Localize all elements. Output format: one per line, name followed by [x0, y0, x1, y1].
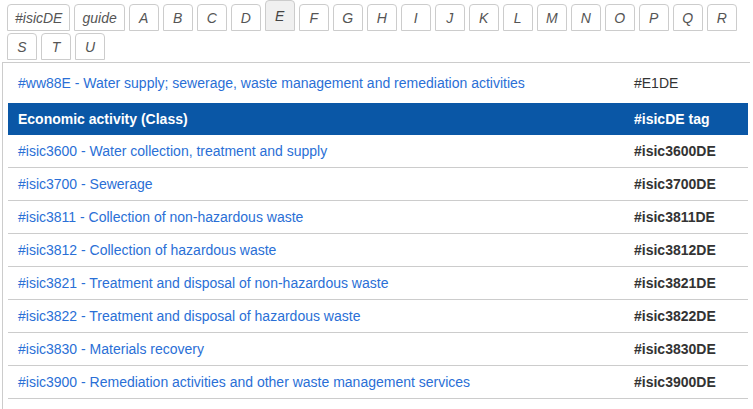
tab-a[interactable]: A [129, 4, 159, 31]
activity-cell: #isic3821 - Treatment and disposal of no… [8, 267, 626, 300]
tag-value: #isic3600DE [626, 135, 748, 168]
tab-u[interactable]: U [75, 33, 105, 60]
activity-cell: #isic3830 - Materials recovery [8, 333, 626, 366]
tab-j[interactable]: J [435, 4, 465, 31]
tab-p[interactable]: P [639, 4, 669, 31]
tag-value: #isic3830DE [626, 333, 748, 366]
table-row: #isic3812 - Collection of hazardous wast… [8, 234, 748, 267]
activity-cell: #isic3812 - Collection of hazardous wast… [8, 234, 626, 267]
tab-k[interactable]: K [469, 4, 499, 31]
tab-bar: #isicDE guide A B C D E F G H I J K L M … [0, 0, 753, 60]
tab-m[interactable]: M [537, 4, 567, 31]
column-header-tag: #isicDE tag [626, 103, 748, 135]
section-link[interactable]: #ww88E - Water supply; sewerage, waste m… [18, 75, 525, 91]
activity-link[interactable]: #isic3812 - Collection of hazardous wast… [18, 242, 276, 258]
table-row: #isic3600 - Water collection, treatment … [8, 135, 748, 168]
tab-r[interactable]: R [707, 4, 737, 31]
activity-link[interactable]: #isic3811 - Collection of non-hazardous … [18, 209, 303, 225]
table-header-row: Economic activity (Class) #isicDE tag [8, 103, 748, 135]
table-row: #isic3822 - Treatment and disposal of ha… [8, 300, 748, 333]
activity-link[interactable]: #isic3700 - Sewerage [18, 176, 153, 192]
activity-link[interactable]: #isic3830 - Materials recovery [18, 341, 204, 357]
activity-table: #ww88E - Water supply; sewerage, waste m… [8, 63, 748, 399]
table-row: #isic3830 - Materials recovery #isic3830… [8, 333, 748, 366]
tab-n[interactable]: N [571, 4, 601, 31]
tag-value: #isic3811DE [626, 201, 748, 234]
section-row: #ww88E - Water supply; sewerage, waste m… [8, 63, 748, 103]
tag-value: #isic3822DE [626, 300, 748, 333]
activity-link[interactable]: #isic3821 - Treatment and disposal of no… [18, 275, 388, 291]
activity-link[interactable]: #isic3600 - Water collection, treatment … [18, 143, 327, 159]
section-tag: #E1DE [626, 63, 748, 103]
tab-row-2: S T U [7, 33, 753, 60]
tab-d[interactable]: D [231, 4, 261, 31]
section-link-cell: #ww88E - Water supply; sewerage, waste m… [8, 63, 626, 103]
tab-t[interactable]: T [41, 33, 71, 60]
tab-o[interactable]: O [605, 4, 635, 31]
activity-link[interactable]: #isic3822 - Treatment and disposal of ha… [18, 308, 360, 324]
activity-cell: #isic3600 - Water collection, treatment … [8, 135, 626, 168]
tab-guide[interactable]: guide [74, 4, 124, 31]
activity-cell: #isic3900 - Remediation activities and o… [8, 366, 626, 399]
activity-cell: #isic3811 - Collection of non-hazardous … [8, 201, 626, 234]
tab-b[interactable]: B [163, 4, 193, 31]
tag-value: #isic3821DE [626, 267, 748, 300]
tab-f[interactable]: F [299, 4, 329, 31]
tab-q[interactable]: Q [673, 4, 703, 31]
tab-s[interactable]: S [7, 33, 37, 60]
tab-i[interactable]: I [401, 4, 431, 31]
tag-value: #isic3900DE [626, 366, 748, 399]
tab-isicde[interactable]: #isicDE [7, 4, 70, 31]
tag-value: #isic3700DE [626, 168, 748, 201]
tab-h[interactable]: H [367, 4, 397, 31]
tab-e-active[interactable]: E [265, 0, 295, 31]
content-panel: #ww88E - Water supply; sewerage, waste m… [2, 62, 750, 409]
column-header-activity: Economic activity (Class) [8, 103, 626, 135]
table-row: #isic3900 - Remediation activities and o… [8, 366, 748, 399]
table-row: #isic3700 - Sewerage #isic3700DE [8, 168, 748, 201]
tab-c[interactable]: C [197, 4, 227, 31]
tab-row-1: #isicDE guide A B C D E F G H I J K L M … [7, 4, 753, 31]
table-row: #isic3811 - Collection of non-hazardous … [8, 201, 748, 234]
activity-link[interactable]: #isic3900 - Remediation activities and o… [18, 374, 470, 390]
activity-cell: #isic3822 - Treatment and disposal of ha… [8, 300, 626, 333]
tab-g[interactable]: G [333, 4, 363, 31]
table-row: #isic3821 - Treatment and disposal of no… [8, 267, 748, 300]
tag-value: #isic3812DE [626, 234, 748, 267]
tab-l[interactable]: L [503, 4, 533, 31]
activity-cell: #isic3700 - Sewerage [8, 168, 626, 201]
